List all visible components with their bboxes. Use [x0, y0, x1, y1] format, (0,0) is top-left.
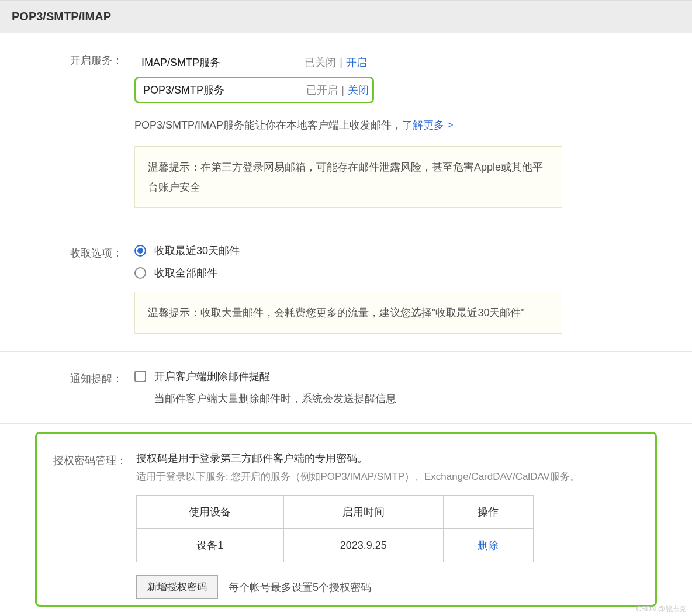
auth-desc-primary: 授权码是用于登录第三方邮件客户端的专用密码。 — [136, 451, 638, 465]
page-header: POP3/SMTP/IMAP — [0, 0, 692, 33]
col-device: 使用设备 — [137, 496, 284, 529]
checkbox-icon[interactable] — [134, 371, 146, 382]
services-description: POP3/SMTP/IMAP服务能让你在本地客户端上收发邮件，了解更多 > — [134, 116, 669, 134]
imap-toggle-link[interactable]: 开启 — [346, 56, 367, 70]
imap-status: 已关闭 — [305, 56, 336, 70]
table-header-row: 使用设备 启用时间 操作 — [137, 496, 534, 529]
page-title: POP3/SMTP/IMAP — [12, 10, 680, 23]
pop3-service-name: POP3/SMTP服务 — [143, 83, 306, 97]
services-label: 开启服务： — [23, 51, 134, 208]
auth-desc-secondary: 适用于登录以下服务: 您开启的服务（例如POP3/IMAP/SMTP）、Exch… — [136, 470, 638, 483]
service-row-imap: IMAP/SMTP服务 已关闭 | 开启 — [134, 51, 374, 74]
fetch-opt2-label: 收取全部邮件 — [154, 266, 217, 280]
learn-more-link[interactable]: 了解更多 > — [402, 119, 454, 131]
watermark-text: CSDN @熊志克 — [636, 604, 686, 612]
cell-time: 2023.9.25 — [283, 529, 443, 562]
auth-label: 授权密码管理： — [49, 451, 136, 599]
fetch-option-30days[interactable]: 收取最近30天邮件 — [134, 244, 669, 258]
service-row-pop3: POP3/SMTP服务 已开启 | 关闭 — [136, 78, 376, 102]
section-services: 开启服务： IMAP/SMTP服务 已关闭 | 开启 POP3/SMTP服务 已… — [0, 33, 692, 226]
fetch-option-all[interactable]: 收取全部邮件 — [134, 266, 669, 280]
add-auth-row: 新增授权密码 每个帐号最多设置5个授权密码 — [136, 575, 638, 599]
col-action: 操作 — [443, 496, 533, 529]
add-auth-note: 每个帐号最多设置5个授权密码 — [229, 580, 371, 594]
notify-checkbox-label: 开启客户端删除邮件提醒 — [154, 369, 270, 383]
imap-service-name: IMAP/SMTP服务 — [141, 56, 305, 70]
pop3-status: 已开启 — [306, 83, 338, 97]
fetch-label: 收取选项： — [23, 244, 134, 334]
notify-checkbox-row[interactable]: 开启客户端删除邮件提醒 — [134, 369, 669, 383]
services-tip-box: 温馨提示：在第三方登录网易邮箱，可能存在邮件泄露风险，甚至危害Apple或其他平… — [134, 146, 562, 208]
section-fetch: 收取选项： 收取最近30天邮件 收取全部邮件 温馨提示：收取大量邮件，会耗费您更… — [0, 226, 692, 352]
section-auth-highlight: 授权密码管理： 授权码是用于登录第三方邮件客户端的专用密码。 适用于登录以下服务… — [35, 432, 657, 607]
table-row: 设备1 2023.9.25 删除 — [137, 529, 534, 562]
notify-description: 当邮件客户端大量删除邮件时，系统会发送提醒信息 — [154, 392, 669, 406]
fetch-opt1-label: 收取最近30天邮件 — [154, 244, 240, 258]
fetch-tip-box: 温馨提示：收取大量邮件，会耗费您更多的流量，建议您选择"收取最近30天邮件" — [134, 292, 562, 334]
notify-label: 通知提醒： — [23, 369, 134, 406]
delete-link[interactable]: 删除 — [478, 539, 499, 551]
section-notify: 通知提醒： 开启客户端删除邮件提醒 当邮件客户端大量删除邮件时，系统会发送提醒信… — [0, 352, 692, 424]
add-auth-button[interactable]: 新增授权密码 — [136, 575, 218, 599]
radio-icon[interactable] — [134, 267, 146, 279]
col-time: 启用时间 — [283, 496, 443, 529]
cell-device: 设备1 — [137, 529, 284, 562]
auth-table: 使用设备 启用时间 操作 设备1 2023.9.25 删除 — [136, 495, 534, 562]
pop3-toggle-link[interactable]: 关闭 — [348, 83, 369, 97]
radio-icon[interactable] — [134, 245, 146, 257]
pop3-highlight-box: POP3/SMTP服务 已开启 | 关闭 — [134, 77, 374, 103]
